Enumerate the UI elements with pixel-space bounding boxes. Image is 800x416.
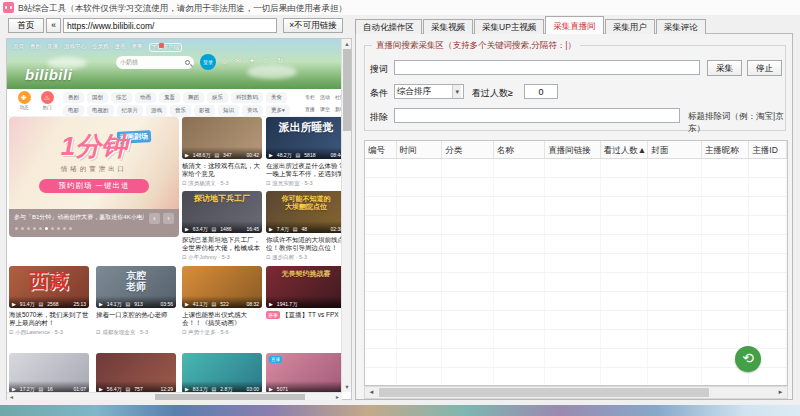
uploader-name[interactable]: ⊡ 演员杨清文 · 5-3 — [182, 180, 262, 187]
category-pill-游戏[interactable]: 游戏 — [146, 105, 167, 116]
carousel-dot[interactable] — [69, 227, 72, 230]
scrollbar-thumb[interactable] — [343, 49, 351, 131]
column-header[interactable]: 封面 — [648, 141, 701, 158]
uploader-name[interactable]: ⊡ 小西Lawrence · 5-3 — [9, 329, 89, 336]
video-card[interactable]: 派出所睡觉▶48.2万▤581808:44在派出所过夜是什么体验？一晚上警车不停… — [266, 117, 342, 187]
scrollbar-thumb[interactable] — [379, 388, 709, 397]
column-header[interactable]: 主播昵称 — [702, 141, 750, 158]
category-pill-娱乐[interactable]: 娱乐 — [207, 92, 228, 103]
sort-order-select[interactable]: 综合排序 ▾ — [394, 84, 464, 99]
site-nav-直播[interactable]: 直播 — [47, 43, 58, 52]
video-card[interactable]: ▶148.6万▤34700:42杨清文：这段戏有点乱，大家给个意见⊡ 演员杨清文… — [182, 117, 262, 187]
uploader-name[interactable]: ⊡ 声势十足多 · 5-6 — [182, 329, 262, 336]
carousel-dot[interactable] — [15, 227, 18, 230]
carousel-dot[interactable] — [63, 227, 66, 230]
carousel-prev-icon[interactable]: ‹ — [149, 213, 160, 224]
video-card[interactable]: ▶41.1万▤52208:32上课也能整出仪式感大会！！《搞笑动画》⊡ 声势十足… — [182, 266, 262, 336]
carousel-dot[interactable] — [39, 227, 42, 230]
category-link-活动[interactable]: 活动 — [320, 94, 330, 100]
stop-button[interactable]: 停止 — [747, 60, 782, 76]
video-card[interactable]: 你可能不知道的 大坝翻院点位▶7.4万▤4802:38你或许不知道的大坝前线点位… — [266, 191, 342, 261]
category-pill-知识[interactable]: 知识 — [218, 105, 239, 116]
category-pill-资讯[interactable]: 资讯 — [242, 105, 263, 116]
carousel-dot[interactable] — [27, 227, 30, 230]
video-title[interactable]: 探访巴基斯坦地下兵工厂，全世界仿枪大佬，枪械成本真的造… — [182, 236, 262, 252]
exclude-input[interactable] — [394, 108, 680, 123]
url-input[interactable] — [63, 18, 277, 33]
site-nav-游戏中心[interactable]: 游戏中心 — [64, 43, 86, 52]
collect-button[interactable]: 采集 — [707, 60, 742, 76]
column-header[interactable]: 直播间链接 — [545, 141, 600, 158]
scroll-left-icon[interactable]: ◄ — [7, 393, 16, 401]
uploader-name[interactable]: ⊡ 小年Johnny · 5-3 — [182, 254, 262, 261]
video-title[interactable]: 赛事【直播】TT vs FPX — [266, 311, 342, 327]
favorite-icon[interactable]: ☆ — [263, 57, 269, 65]
video-title[interactable]: 杨清文：这段戏有点乱，大家给个意见 — [182, 162, 262, 178]
category-pill-更多▾[interactable]: 更多▾ — [266, 105, 290, 116]
video-card[interactable]: 西藏▶91.4万▤256825:13海拔5070米，我们来到了世界上最高的村！⊡… — [9, 266, 89, 336]
column-header[interactable]: 看过人数▲ — [601, 141, 649, 158]
login-button[interactable]: 登录 — [200, 54, 216, 70]
scroll-right-icon[interactable]: ► — [774, 387, 787, 398]
video-card[interactable]: 直播▶5071 — [266, 353, 342, 392]
video-card[interactable]: 无畏契约挑战赛▶1941.7万赛事【直播】TT vs FPX — [266, 266, 342, 327]
site-nav-会员购[interactable]: 会员购 — [92, 43, 109, 52]
column-header[interactable]: 名称 — [494, 141, 546, 158]
column-header[interactable]: 编号 — [365, 141, 397, 158]
video-card[interactable]: ▶83.1万▤2.8万03:00 — [182, 353, 262, 392]
carousel-dot[interactable] — [21, 227, 24, 230]
category-pill-动画[interactable]: 动画 — [135, 92, 156, 103]
column-header[interactable]: 时间 — [397, 141, 443, 158]
category-pill-音乐[interactable]: 音乐 — [170, 105, 191, 116]
carousel-dots[interactable] — [15, 227, 72, 230]
column-header[interactable]: 分类 — [442, 141, 494, 158]
browser-horizontal-scrollbar[interactable]: ◄ ► — [7, 392, 342, 400]
carousel-cta-button[interactable]: 预约剧场 一键出道 — [39, 179, 149, 193]
video-title[interactable]: 操着一口京腔的热心老师 — [96, 311, 176, 327]
category-link-课堂[interactable]: 课堂 — [320, 106, 330, 112]
carousel-next-icon[interactable]: › — [163, 213, 174, 224]
site-nav-番剧[interactable]: 番剧 — [30, 43, 41, 52]
category-pill-电视剧[interactable]: 电视剧 — [87, 105, 114, 116]
home-button[interactable]: 首页 — [8, 18, 44, 33]
category-link-直播[interactable]: 直播 — [305, 106, 315, 112]
category-link-专栏[interactable]: 专栏 — [305, 94, 315, 100]
carousel-dot[interactable] — [45, 227, 48, 230]
tab-自动化操作区[interactable]: 自动化操作区 — [355, 19, 422, 34]
vip-icon[interactable]: ◎ — [221, 57, 227, 65]
site-nav-漫画[interactable]: 漫画 — [115, 43, 126, 52]
site-search-box[interactable]: 小奶猫 — [116, 56, 194, 69]
uploader-name[interactable]: ⊡ 成都发现金克 · 5-3 — [96, 329, 176, 336]
site-nav-赛事[interactable]: 赛事 — [132, 43, 143, 52]
back-button[interactable]: « — [46, 18, 61, 33]
video-title[interactable]: 你或许不知道的大坝前线点位！教你引导周边点位！ — [266, 236, 342, 252]
video-title[interactable]: 上课也能整出仪式感大会！！《搞笑动画》 — [182, 311, 262, 327]
browser-vertical-scrollbar[interactable]: ▲ ▼ — [341, 39, 351, 392]
scroll-up-icon[interactable]: ▲ — [342, 39, 352, 49]
video-card[interactable]: ▶17.2万▤1601:07 — [9, 353, 89, 392]
tab-采集直播间[interactable]: 采集直播间 — [545, 16, 604, 34]
channel-热门[interactable]: ♨热门 — [36, 91, 58, 110]
carousel-dot[interactable] — [57, 227, 60, 230]
carousel-dot[interactable] — [33, 227, 36, 230]
video-card[interactable]: 探访地下兵工厂▶63.4万▤148616:45探访巴基斯坦地下兵工厂，全世界仿枪… — [182, 191, 262, 261]
channel-动态[interactable]: ✚动态 — [13, 91, 35, 110]
scrollbar-thumb[interactable] — [155, 394, 305, 400]
video-title[interactable]: 在派出所过夜是什么体验？一晚上警车不停，还遇到警察盘问… — [266, 162, 342, 178]
history-icon[interactable]: ↻ — [277, 57, 283, 65]
site-nav-首页[interactable]: 首页 — [13, 43, 24, 52]
category-pill-舞蹈[interactable]: 舞蹈 — [183, 92, 204, 103]
tab-采集UP主视频[interactable]: 采集UP主视频 — [474, 19, 544, 34]
dynamic-icon[interactable]: ✦ — [249, 57, 255, 65]
category-pill-纪录片[interactable]: 纪录片 — [117, 105, 144, 116]
category-pill-番剧[interactable]: 番剧 — [63, 92, 84, 103]
promo-carousel[interactable]: 动画剧场 1分钟 情绪的宣泄出口 预约剧场 一键出道 参与「B1分钟」动画创作大… — [9, 117, 179, 237]
column-header[interactable]: 主播ID — [749, 141, 787, 158]
scroll-down-icon[interactable]: ▼ — [342, 382, 352, 392]
table-horizontal-scrollbar[interactable]: ◄ ► — [364, 386, 788, 399]
video-card[interactable]: 京腔 老师▶14.1万▤91303:56操着一口京腔的热心老师⊡ 成都发现金克 … — [96, 266, 176, 336]
tab-采集视频[interactable]: 采集视频 — [423, 19, 473, 34]
search-word-input[interactable] — [394, 60, 700, 75]
message-icon[interactable]: ✉ — [235, 57, 241, 65]
category-pill-鬼畜[interactable]: 鬼畜 — [159, 92, 180, 103]
